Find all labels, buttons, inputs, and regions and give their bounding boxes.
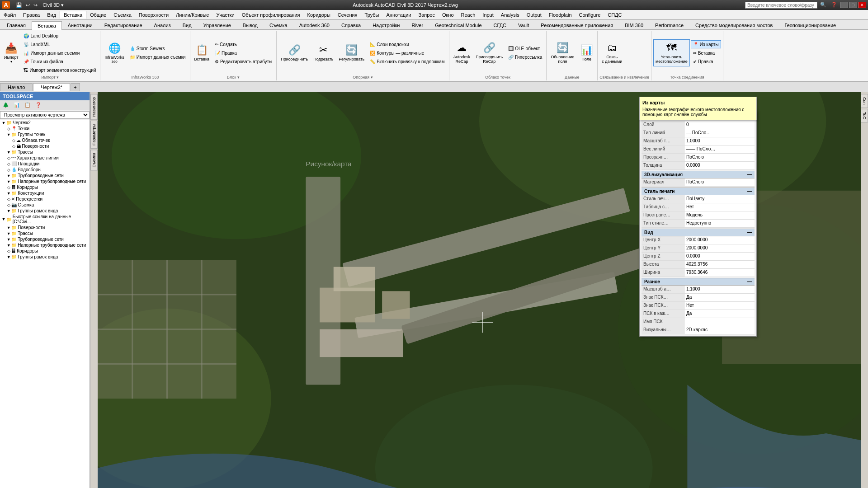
menu-output[interactable]: Output — [523, 11, 545, 19]
menu-analysis[interactable]: Analysis — [497, 11, 523, 19]
menu-pipes[interactable]: Трубы — [361, 11, 383, 19]
import-data-button[interactable]: 📁 Импорт данных съемки — [127, 53, 188, 61]
import-survey-button[interactable]: 📊 Импорт данных съемки — [21, 49, 98, 57]
map-canvas[interactable]: Рисунок/карта Image courtesy of USGS Ear… — [98, 92, 861, 488]
underlay-layers-button[interactable]: 📐 Слои подложки — [368, 40, 447, 48]
tree-item-14[interactable]: ◇📷Съемка — [0, 202, 90, 208]
tree-item-2[interactable]: ▼📁Группы точек — [0, 131, 90, 137]
tree-item-13[interactable]: ◇✕Перекрестки — [0, 196, 90, 202]
tree-item-18[interactable]: ▼📁Трассы — [0, 230, 90, 236]
menu-corridors[interactable]: Коридоры — [303, 11, 334, 19]
minimize-button[interactable]: _ — [840, 2, 848, 8]
tree-item-17[interactable]: ▼📁Поверхности — [0, 225, 90, 230]
tree-item-21[interactable]: ◇🛤Коридоры — [0, 248, 90, 254]
ribbon-tab-survey[interactable]: Съемка — [264, 21, 293, 29]
ribbon-tab-360[interactable]: Autodesk 360 — [293, 21, 335, 29]
landxml-button[interactable]: 📡 LandXML — [21, 40, 98, 48]
tree-item-10[interactable]: ▼📁Напорные трубопроводные сети — [0, 178, 90, 184]
ribbon-tab-spds2[interactable]: СГДС — [488, 21, 513, 29]
maximize-button[interactable]: □ — [849, 2, 857, 8]
ribbon-tab-edit[interactable]: Редактирование — [99, 21, 148, 29]
vert-tab-navigator[interactable]: Навигатор — [90, 94, 98, 120]
ribbon-tab-insert[interactable]: Вставка — [32, 21, 62, 30]
tree-item-5[interactable]: ▼📁Трассы — [0, 149, 90, 155]
menu-configure[interactable]: Configure — [576, 11, 604, 19]
vert-tab-parameters[interactable]: Параметры — [90, 121, 98, 149]
tree-item-22[interactable]: ▼📁Группы рамок вида — [0, 254, 90, 260]
clip-button[interactable]: ✂ Подрезать — [311, 39, 335, 66]
land-desktop-button[interactable]: 🌍 Land Desktop — [21, 32, 98, 40]
tree-item-9[interactable]: ▼📁Трубопроводные сети — [0, 173, 90, 178]
tree-item-11[interactable]: ◇🛤Коридоры — [0, 184, 90, 190]
tree-item-4[interactable]: ◇🏔Поверхности — [0, 143, 90, 149]
menu-query[interactable]: Запрос — [415, 11, 439, 19]
from-map-button[interactable]: 📍 Из карты — [691, 40, 721, 48]
drawing-area[interactable]: Рисунок/карта Image courtesy of USGS Ear… — [98, 92, 861, 488]
right-tab-con[interactable]: Con — [861, 94, 868, 108]
right-tab-toc[interactable]: ToC — [861, 109, 868, 122]
link-data-button[interactable]: 🗂 Связь с данными — [599, 39, 624, 66]
tree-item-15[interactable]: ▼📁Группы рамок вида — [0, 208, 90, 214]
menu-general[interactable]: Общие — [86, 11, 110, 19]
vert-tab-survey[interactable]: Съемка — [90, 150, 98, 170]
attach-recap-button[interactable]: 🔗 Присоединить ReCap — [473, 39, 505, 66]
menu-window[interactable]: Окно — [439, 11, 458, 19]
ribbon-tab-geo[interactable]: Geotechnical Module — [429, 21, 487, 29]
set-location-button[interactable]: 🗺 Установить местоположение — [653, 39, 690, 66]
ribbon-tab-performance[interactable]: Performance — [649, 21, 689, 29]
tree-item-0[interactable]: ▼📁Чертеж2 — [0, 120, 90, 126]
menu-insert[interactable]: Вставка — [60, 11, 86, 19]
menu-survey[interactable]: Съемка — [110, 11, 135, 19]
menu-annotations[interactable]: Аннотации — [383, 11, 415, 19]
search-icon[interactable]: 🔍 — [820, 2, 826, 9]
hyperlink-button[interactable]: 🔗 Гиперссылка — [506, 53, 544, 61]
tree-icon-3[interactable]: 📋 — [23, 101, 33, 109]
storm-sewers-button[interactable]: 💧 Storm Sewers — [127, 45, 188, 53]
tree-item-3[interactable]: ◇☁Облака точек — [0, 137, 90, 143]
tree-item-1[interactable]: ◇📍Точки — [0, 126, 90, 131]
ribbon-tab-river[interactable]: River — [406, 21, 429, 29]
insert-geo-button[interactable]: ✏ Вставка — [691, 49, 721, 57]
tree-item-8[interactable]: ◇💧Водосборы — [0, 167, 90, 173]
ribbon-tab-manage[interactable]: Управление — [198, 21, 237, 29]
tree-icon-help[interactable]: ❓ — [33, 101, 43, 109]
ribbon-tab-addins[interactable]: Надстройки — [367, 21, 406, 29]
import-button[interactable]: 📥 Импорт ▾ — [2, 39, 20, 66]
menu-reach[interactable]: Reach — [458, 11, 479, 19]
ribbon-tab-vault[interactable]: Vault — [512, 21, 535, 29]
menu-input[interactable]: Input — [479, 11, 497, 19]
toolspace-combo[interactable]: Просмотр активного чертежа — [0, 111, 90, 119]
update-field-button[interactable]: 🔄 Обновление поля — [548, 39, 576, 66]
menu-edit[interactable]: Правка — [19, 11, 43, 19]
ribbon-tab-annotate[interactable]: Аннотации — [62, 21, 99, 29]
edit-geo-button[interactable]: ✔ Правка — [691, 57, 721, 66]
tab-drawing[interactable]: Чертеж2* — [33, 83, 70, 91]
close-button[interactable]: ✕ — [858, 2, 866, 8]
menu-lines[interactable]: Линии/Кривые — [172, 11, 212, 19]
tree-item-20[interactable]: ▼📁Напорные трубопроводные сети — [0, 242, 90, 248]
attach-button[interactable]: 🔗 Присоединить — [278, 39, 310, 66]
search-input[interactable] — [745, 2, 817, 9]
tree-item-16[interactable]: ▼📁Быстрые ссылки на данные [C:\Civi... — [0, 214, 90, 225]
menu-spds[interactable]: СПДС — [604, 11, 625, 19]
ribbon-tab-help[interactable]: Справка — [335, 21, 367, 29]
adjust-button[interactable]: 🔄 Регулировать — [336, 39, 367, 66]
tree-icon-2[interactable]: 📊 — [12, 101, 22, 109]
recap-button[interactable]: ☁ Autodesk ReCap — [451, 39, 473, 66]
tree-item-12[interactable]: ▼📁Конструкции — [0, 190, 90, 196]
tree-item-19[interactable]: ▼📁Трубопроводные сети — [0, 236, 90, 242]
menu-file[interactable]: Файл — [0, 11, 19, 19]
ribbon-tab-analyze[interactable]: Анализ — [148, 21, 177, 29]
ribbon-tab-bim360[interactable]: BIM 360 — [619, 21, 649, 29]
ribbon-tab-bridge[interactable]: Средство моделирования мостов — [689, 21, 778, 29]
help-icon[interactable]: ❓ — [831, 2, 837, 9]
points-from-file-button[interactable]: 📌 Точки из файла — [21, 57, 98, 66]
tree-icon-1[interactable]: 🌲 — [1, 101, 11, 109]
ribbon-tab-home[interactable]: Главная — [1, 21, 32, 29]
tab-add[interactable]: + — [71, 83, 80, 91]
menu-floodplain[interactable]: Floodplain — [545, 11, 576, 19]
edit-block-button[interactable]: 📝 Правка — [212, 49, 274, 57]
create-block-button[interactable]: ✏ Создать — [212, 40, 274, 48]
ribbon-tab-view[interactable]: Вид — [177, 21, 198, 29]
app-dropdown[interactable]: Civil 3D ▾ — [41, 2, 66, 8]
